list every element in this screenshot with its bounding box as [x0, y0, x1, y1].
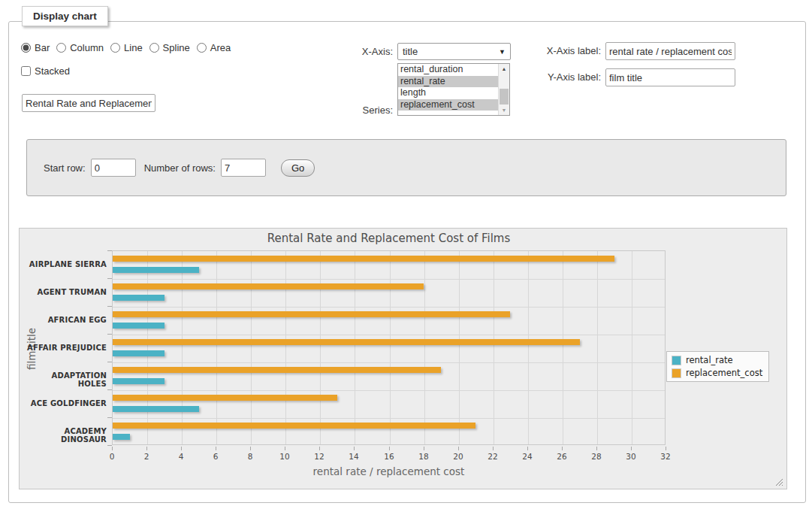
x-axis-label-input[interactable]: [605, 42, 735, 60]
axis-tick: [107, 445, 112, 446]
legend-item: rental_rate: [672, 355, 762, 365]
chart-title-input[interactable]: [22, 94, 155, 112]
bar-rental-rate: [113, 378, 165, 384]
axis-tick-label: 26: [551, 452, 573, 461]
axis-tick-label: 24: [516, 452, 539, 461]
x-axis-selected-value: title: [403, 46, 418, 57]
radio-bar[interactable]: [21, 43, 31, 53]
bar-replacement-cost: [113, 283, 424, 289]
gridline: [216, 251, 217, 444]
gridline: [390, 251, 391, 444]
axis-tick: [319, 447, 320, 450]
bar-replacement-cost: [113, 367, 441, 373]
bar-replacement-cost: [113, 395, 337, 401]
gridline: [597, 251, 598, 444]
axis-tick: [562, 447, 563, 450]
axis-tick-label: 20: [447, 452, 469, 461]
page: Display chart BarColumnLineSplineArea St…: [0, 0, 812, 512]
resize-handle-icon[interactable]: [774, 477, 783, 486]
radio-area[interactable]: [197, 43, 207, 53]
category-label: ADAPTATION HOLES: [21, 371, 107, 388]
gridline: [528, 251, 529, 444]
gridline: [424, 251, 425, 444]
y-axis-label-input[interactable]: [605, 68, 735, 86]
axis-tick: [389, 447, 390, 450]
num-rows-input[interactable]: [221, 159, 266, 177]
axis-tick: [107, 389, 112, 390]
radio-label: Line: [124, 42, 143, 53]
y-axis-label-caption: Y-Axis label:: [538, 71, 601, 83]
plot-area: [112, 250, 666, 445]
go-button[interactable]: Go: [281, 159, 315, 177]
x-axis-select[interactable]: title ▼: [397, 43, 511, 60]
axis-tick-label: 32: [654, 452, 677, 461]
chart-type-option[interactable]: Spline: [149, 42, 190, 53]
num-rows-label: Number of rows:: [144, 162, 216, 174]
axis-tick-label: 14: [343, 452, 365, 461]
radio-label: Bar: [35, 42, 50, 53]
gridline: [563, 251, 563, 444]
axis-tick: [112, 447, 113, 450]
series-option[interactable]: rental_rate: [398, 76, 498, 88]
bar-rental-rate: [113, 406, 199, 412]
gridline: [113, 362, 665, 363]
series-option[interactable]: rental_duration: [398, 64, 498, 76]
radio-label: Area: [210, 42, 231, 53]
series-option[interactable]: length: [398, 87, 498, 99]
axis-tick: [458, 447, 459, 450]
axis-tick-label: 18: [412, 452, 435, 461]
gridline: [182, 251, 183, 444]
axis-tick: [107, 334, 112, 335]
radio-label: Spline: [163, 42, 190, 53]
chart-type-option[interactable]: Line: [110, 42, 143, 53]
rows-panel: Start row: Number of rows: Go: [26, 139, 786, 196]
axis-tick-label: 8: [239, 452, 261, 461]
axis-tick-label: 28: [585, 452, 608, 461]
axis-tick: [181, 447, 182, 450]
scroll-up-icon[interactable]: ▲: [499, 64, 509, 74]
chart-title: Rental Rate and Replacement Cost of Film…: [112, 232, 666, 245]
bar-rental-rate: [113, 434, 130, 440]
radio-line[interactable]: [110, 43, 120, 53]
category-label: AIRPLANE SIERRA: [21, 260, 107, 268]
axis-tick-label: 0: [101, 452, 123, 461]
stacked-label: Stacked: [35, 65, 70, 77]
category-label: AFRICAN EGG: [21, 316, 107, 324]
start-row-input[interactable]: [91, 159, 136, 177]
legend-label: rental_rate: [686, 355, 733, 365]
gridline: [632, 251, 632, 444]
category-label: AGENT TRUMAN: [21, 288, 107, 296]
rental_rate-swatch-icon: [672, 356, 681, 365]
radio-spline[interactable]: [149, 43, 159, 53]
gridline: [251, 251, 252, 444]
radio-column[interactable]: [56, 43, 66, 53]
series-caption: Series:: [346, 105, 393, 116]
chart-type-group: BarColumnLineSplineArea: [21, 42, 237, 53]
series-option[interactable]: replacement_cost: [398, 99, 498, 111]
chart-type-option[interactable]: Bar: [21, 42, 50, 53]
axis-tick: [424, 447, 424, 450]
axis-tick: [493, 447, 494, 450]
axis-tick-label: 16: [378, 452, 400, 461]
scrollbar-track[interactable]: [499, 74, 509, 105]
gridline: [494, 251, 494, 444]
scroll-down-icon[interactable]: ▼: [499, 105, 509, 115]
chart-type-option[interactable]: Column: [56, 42, 104, 53]
gridline: [459, 251, 460, 444]
x-axis-label-caption: X-Axis label:: [538, 45, 601, 56]
fieldset-legend: Display chart: [22, 6, 108, 26]
axis-tick: [107, 306, 112, 307]
axis-tick: [216, 447, 216, 450]
gridline: [147, 251, 148, 444]
series-listbox[interactable]: rental_durationrental_ratelengthreplacem…: [397, 63, 510, 116]
scrollbar-thumb[interactable]: [500, 89, 509, 105]
legend-item: replacement_cost: [672, 368, 762, 378]
bar-rental-rate: [113, 295, 165, 301]
series-scrollbar[interactable]: ▲ ▼: [498, 64, 509, 115]
category-label: AFFAIR PREJUDICE: [21, 344, 107, 352]
legend-label: replacement_cost: [686, 368, 762, 378]
category-label: ACADEMY DINOSAUR: [21, 427, 107, 444]
chart-type-option[interactable]: Area: [197, 42, 231, 53]
axis-tick: [107, 278, 112, 279]
stacked-checkbox[interactable]: [21, 66, 31, 76]
